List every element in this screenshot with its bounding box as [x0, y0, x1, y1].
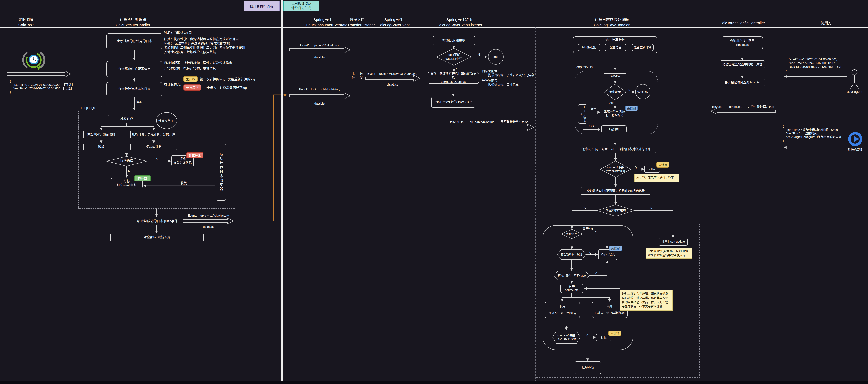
note-pending-contains: 待计算包含:: [164, 83, 181, 87]
listener-note-target: 目标物配置： 携带目标物、属性，以及公式信息: [482, 69, 534, 78]
badge-calculated: 已计算: [134, 175, 151, 181]
box-dispatch-calc: 分发计算: [108, 115, 145, 122]
history-event-payload: dataList: [289, 101, 350, 106]
label-y-exists: Y: [584, 207, 586, 210]
box-merge-log: 合并log： 同一配置、同一时刻的日志对象进行合并: [576, 146, 656, 153]
box-query-by-time: 基于指定时间查询 tskvList: [720, 79, 765, 87]
badge-unmatched-2: 未匹配: [609, 245, 622, 251]
diamond-sourceinfo-label: sourceInfo完备 或者是聚合映射: [601, 162, 631, 177]
listener-note-calc: 计算物配置： 携带计算物、属性信息: [482, 79, 519, 87]
hex-new-things-label: 存在新的物、属性: [558, 249, 586, 260]
label-logs: logs: [136, 100, 142, 104]
label-y-recalc: Y: [595, 230, 597, 234]
circle-calc-count: 计算次数 +1: [156, 112, 177, 129]
label-true: true: [609, 101, 614, 105]
note-calc-error-desc: 小于最大可计算次数的异常log: [204, 86, 247, 90]
hex-sourceinfo2-label: sourceInfo完备 或者是聚合映射: [553, 331, 580, 344]
param-tskv-dataset: tskv数据集: [578, 44, 600, 51]
diamond-db-exists-label: 数据库中存在的: [597, 205, 634, 215]
badge-unmatched: 未匹配: [625, 106, 638, 111]
box-log-list: log列表: [601, 125, 627, 133]
circle-continue: continue: [635, 84, 650, 99]
label-event-forward-a: 事件: [351, 72, 355, 80]
user-agent-icon: [848, 69, 861, 89]
label-y-topic: Y: [455, 66, 458, 70]
param-recalc-flag: 是否重新计算: [632, 44, 653, 51]
label-y-diffvalue: Y: [595, 272, 597, 275]
box-push-success-logs: 对 计算成功的日志 push事件: [133, 217, 181, 225]
lane-exec-handler: 计算执行处理器 CalcExecuteHandler: [100, 17, 165, 28]
lane-save-event: Spring事件 CalcLogSaveEvent: [361, 17, 426, 28]
flow-lines: [101, 46, 847, 361]
push-event-topic: Event： topic = v1/tskv/history: [182, 214, 235, 218]
badge-uncalculated: 未计算: [183, 76, 197, 82]
label-y-sourceinfo2: Y: [586, 334, 588, 337]
hex-same-diff-value-label: 同物、属性；不同value: [554, 271, 589, 280]
save-event-topic: Event： topic = v1/tskv/calc/log/save: [364, 72, 421, 76]
lifelines: [74, 27, 779, 381]
box-query-cached-config: 查询缓存中的配置信息: [106, 61, 162, 77]
diamond-topic-valid-label: topic正确 dataList非空: [437, 49, 471, 65]
box-data-mapping: 数据映射、聚合映射: [83, 131, 119, 138]
label-y-newthings: Y: [589, 252, 591, 256]
label-collect-handler: 收集: [591, 107, 596, 111]
box-batch-insert-update: 批量 insert update: [658, 238, 688, 245]
label-n-topic: N: [478, 53, 480, 57]
box-cache-configs: 缓存中获取所有开启计算的配置信息 allEnabledConfigs: [428, 72, 479, 84]
badge-uncalc-handler: 未计算: [656, 162, 670, 168]
label-y-exec-error: Y: [156, 157, 158, 162]
listener-out-params: tskvDTOs allEnabledConfigs 是否重新计算：false: [445, 120, 534, 124]
user-agent-label: user agent: [840, 90, 868, 94]
lane-calctask: 定时调度 CalcTask: [0, 17, 58, 28]
box-clear-expired-logs: 清除过期的已计算的日志: [106, 33, 162, 50]
note-consideration: 考虑到物计算侧重实时数据计算，因此还是做了删除逻辑 其他情况就通过数据维护去修复…: [164, 46, 245, 55]
system-start-label: 系统启动时: [841, 148, 868, 152]
latest-event-topic: Event： topic = v1/tskv/latest: [289, 43, 350, 47]
note-uncalculated-desc: 第一次计算的log， 需要重新计算的log: [200, 77, 255, 82]
diamond-exec-error-label: 执行错误: [106, 156, 147, 166]
box-query-db-logs: 查询数据库中相同配置、相同时刻的日志记录: [581, 187, 650, 195]
label-n-exists: N: [650, 207, 653, 210]
box-filter-things: 过滤出这些配置中的物、属性: [720, 60, 765, 68]
success-log-collector: 成功计算日志收集器: [219, 152, 223, 191]
history-event-connector: [234, 95, 286, 221]
note-merge-logic: 经过上面的合并逻辑，如果状态仍然 是已计算、计算异常，那么其再次计 算的结果也必…: [620, 290, 673, 311]
lane-save-handler: 计算日志存储处理器 CalcLogSaveHandler: [579, 17, 644, 28]
label-n-hit: N: [628, 88, 631, 92]
label-n-exec-error: N: [128, 169, 130, 174]
label-y-sourceinfo: Y: [635, 166, 637, 170]
box-update-all-logs: 对全部log更新入库: [110, 234, 204, 241]
box-validate-topic: 校验topic和数据: [433, 36, 475, 45]
caller-request-json: { "startTime": "2024-01-01 00:00:00", "e…: [785, 54, 841, 72]
loop-logs-label: Loop logs: [81, 106, 95, 110]
loop-tskvlist-label: Loop tskvList: [575, 65, 593, 69]
box-batch-update: 批量更新: [575, 361, 601, 374]
calctask-request-json: { "startTime": "2024-01-01 00:00:00", 【可…: [10, 80, 74, 94]
circle-end: end: [488, 49, 504, 65]
label-form: 形成: [589, 124, 594, 128]
badge-uncalc-2: 未计算: [609, 330, 621, 336]
box-metric-calc: 指标计算、高级计算、分摊计算: [130, 131, 177, 138]
box-generate-log: 生成一条log对象 打上初始标记: [601, 109, 628, 118]
label-event-forward-b: 转发: [359, 72, 363, 80]
controller-out-params: tskvList configList 是否重新计算：true: [709, 105, 777, 109]
system-start-json: { "startTime": 系统中最新log时间 - 5min, "endTi…: [783, 124, 841, 143]
push-event-payload: dataList: [182, 225, 235, 229]
note-calc-config: 计算物配置：携带计算物、属性信息: [164, 66, 216, 71]
bottom-bar: [0, 381, 868, 384]
system-start-play-icon: [848, 132, 862, 146]
log-collector-box: log收集器: [579, 105, 586, 123]
label-collect: 收集: [180, 181, 187, 185]
lane-save-listener: Spring事件监听 CalcLogSaveEventListener: [427, 17, 492, 28]
note-expire-default: 过期时间默认为1周: [164, 31, 192, 35]
section-divider: [281, 0, 283, 381]
legend-realtime-flow: 实时数据消费 计算日志生成: [283, 1, 319, 11]
box-accumulate: 累加: [83, 144, 119, 150]
legend-exec-flow: 物计算执行流程: [244, 1, 280, 11]
note-unique-key: unique key (配置id， 数据时间) 避免多JVM运行导致重复入库: [646, 248, 692, 259]
note-pros-cons: 好处：执行性能、资源消耗可以维持在比较乐观范围 坏处： 无法重新计算过期的已计算…: [164, 37, 239, 46]
diamond-hit-config-label: 命中配置: [604, 85, 626, 99]
legend-exec-flow-label: 物计算执行流程: [249, 4, 274, 8]
badge-calc-error: 计算异常: [183, 85, 201, 91]
badge-calc-error-2: 计算异常: [186, 152, 204, 158]
